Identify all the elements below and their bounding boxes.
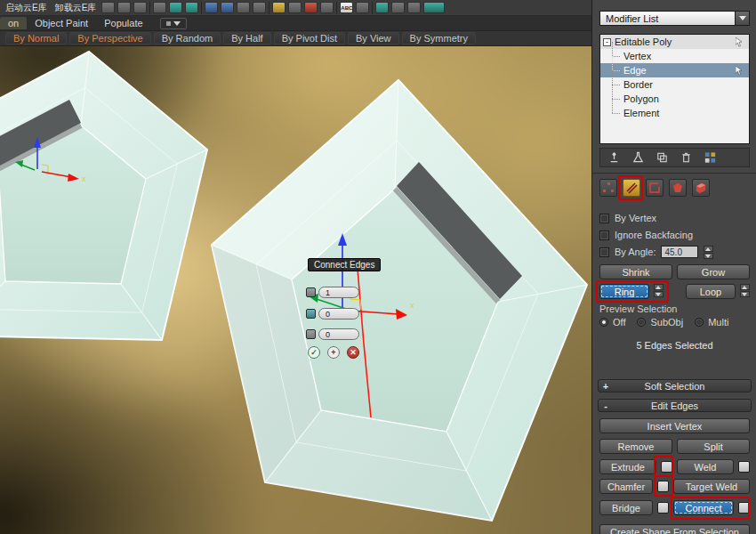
toolbar-icon[interactable] [253,2,266,13]
pin-stack-icon[interactable] [607,150,621,165]
target-weld-button[interactable]: Target Weld [673,479,750,494]
by-symmetry-button[interactable]: By Symmetry [402,32,476,44]
ribbon-minimize-button[interactable] [160,18,187,29]
by-random-button[interactable]: By Random [154,32,221,44]
by-view-button[interactable]: By View [348,32,399,44]
toolbar-icon[interactable] [272,2,286,13]
toolbar-icon[interactable] [205,2,218,13]
toolbar-icon[interactable] [288,2,302,13]
toolbar-icon[interactable] [391,2,405,13]
slide-field[interactable]: 0 [318,328,359,340]
edit-edges-rollout[interactable]: - Edit Edges [598,399,752,412]
create-shape-button[interactable]: Create Shape From Selection [599,524,750,534]
toolbar-icon[interactable] [101,2,115,13]
stack-item-editable-poly[interactable]: - Editable Poly [600,35,749,49]
loop-spinner[interactable] [740,284,750,297]
split-button[interactable]: Split [677,439,750,454]
edge-subobject-icon[interactable] [623,179,640,197]
toolbar-icon[interactable] [375,2,389,13]
collapse-icon[interactable]: - [599,400,613,411]
polygon-subobject-icon[interactable] [669,179,687,197]
remove-modifier-icon[interactable] [680,150,693,165]
svg-text:x: x [410,301,414,310]
chamfer-button[interactable]: Chamfer [599,479,653,494]
toolbar-icon[interactable] [423,2,445,13]
dropdown-arrow-icon[interactable] [735,12,749,25]
by-normal-button[interactable]: By Normal [5,32,67,44]
ribbon-tab-object-paint[interactable]: Object Paint [27,17,96,29]
by-angle-checkbox[interactable]: By Angle: 45.0 [599,246,750,258]
element-subobject-icon[interactable] [692,179,710,197]
by-vertex-checkbox[interactable]: By Vertex [599,212,750,224]
ring-spinner[interactable] [654,284,664,297]
segments-field[interactable]: 1 [318,287,359,298]
collapse-icon[interactable]: - [603,38,611,46]
pinch-field[interactable]: 0 [318,308,359,320]
toolbar-icon[interactable] [356,2,369,13]
caddy-ok-button[interactable]: ✓ [308,346,320,359]
bridge-settings-button[interactable] [657,502,669,514]
extrude-settings-button[interactable] [661,461,672,473]
ribbon-tab-populate[interactable]: Populate [96,17,150,29]
subobject-icons-row [599,179,750,198]
stack-item-vertex[interactable]: Vertex [600,49,749,63]
viewport[interactable]: x [0,46,591,534]
bridge-button[interactable]: Bridge [599,500,653,515]
by-angle-spinner[interactable] [704,246,713,259]
weld-button[interactable]: Weld [677,459,734,474]
unload-cloud-plugin-button[interactable]: 卸载云E库 [52,2,100,14]
checkbox-box[interactable] [599,214,609,223]
by-half-button[interactable]: By Half [223,32,270,44]
by-pivot-dist-button[interactable]: By Pivot Dist [274,32,345,44]
stack-item-edge[interactable]: Edge [600,63,749,77]
checkbox-box[interactable] [599,247,609,257]
toolbar-icon[interactable] [169,2,182,13]
toolbar-icon[interactable] [304,2,318,13]
toolbar-icon[interactable] [153,2,166,13]
caddy-apply-button[interactable]: + [327,346,340,359]
toolbar-icon[interactable] [185,2,198,13]
toolbar-icon[interactable] [133,2,147,13]
vertex-subobject-icon[interactable] [599,179,617,197]
toolbar-icon[interactable] [407,2,421,13]
create-shape-row: Create Shape From Selection [599,524,750,534]
configure-modifier-sets-icon[interactable] [704,150,717,165]
expand-icon[interactable]: + [599,381,613,392]
make-unique-icon[interactable] [655,150,669,165]
soft-selection-rollout[interactable]: + Soft Selection [598,379,752,392]
loop-button[interactable]: Loop [686,284,736,299]
svg-text:x: x [82,174,86,183]
toolbar-separator [149,2,150,14]
launch-cloud-plugin-button[interactable]: 启动云E库 [3,2,50,14]
shrink-button[interactable]: Shrink [599,264,672,279]
show-end-result-icon[interactable] [631,150,645,165]
insert-vertex-button[interactable]: Insert Vertex [599,418,750,433]
radio-subobj[interactable] [637,318,646,327]
radio-off[interactable] [599,318,608,327]
radio-multi[interactable] [695,318,704,327]
stack-item-border[interactable]: Border [600,77,749,92]
toolbar-icon[interactable] [117,2,131,13]
border-subobject-icon[interactable] [646,179,664,197]
extrude-button[interactable]: Extrude [599,459,656,474]
modifier-list-dropdown[interactable]: Modifier List [599,11,750,26]
stack-item-polygon[interactable]: Polygon [600,92,749,106]
ring-button[interactable]: Ring [599,284,649,299]
chamfer-settings-button[interactable] [657,481,669,492]
grow-button[interactable]: Grow [677,264,750,279]
spell-check-icon[interactable]: ABC [340,2,353,13]
connect-button[interactable]: Connect [673,500,734,515]
toolbar-icon[interactable] [320,2,334,13]
toolbar-icon[interactable] [237,2,250,13]
toolbar-icon[interactable] [221,2,234,13]
caddy-cancel-button[interactable]: ✕ [347,346,359,359]
ribbon-tab-selection[interactable]: on [0,17,27,29]
weld-settings-button[interactable] [738,461,750,473]
connect-settings-button[interactable] [738,502,750,514]
remove-button[interactable]: Remove [599,439,672,454]
by-perspective-button[interactable]: By Perspective [69,32,150,44]
by-angle-field[interactable]: 45.0 [661,246,698,258]
checkbox-box[interactable] [599,231,609,240]
ignore-backfacing-checkbox[interactable]: Ignore Backfacing [599,229,750,241]
stack-item-element[interactable]: Element [600,106,749,120]
